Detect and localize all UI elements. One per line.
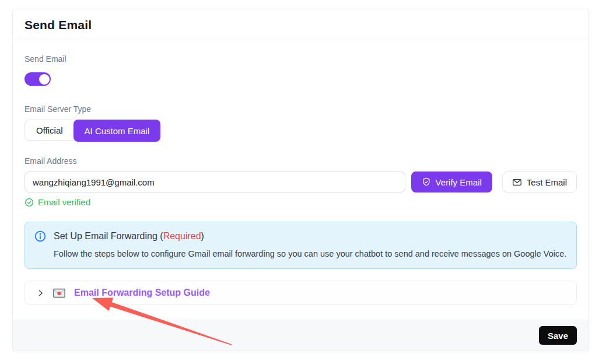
forwarding-guide-label[interactable]: Email Forwarding Setup Guide [74,288,210,298]
email-address-input[interactable] [24,172,405,192]
email-row: Verify Email Test Email [24,172,577,192]
send-email-card: Send Email Send Email Email Server Type … [12,9,589,351]
email-address-label: Email Address [24,157,577,165]
server-type-label: Email Server Type [24,105,577,113]
email-verified-status: Email verified [24,197,577,207]
verify-email-button[interactable]: Verify Email [411,172,492,192]
card-footer: Save [13,320,589,351]
info-title: Set Up Email Forwarding (Required) [54,231,204,242]
card-body: Send Email Email Server Type Official AI… [13,40,589,320]
info-paren-close: ) [201,231,204,241]
server-type-segmented: Official AI Custom Email [24,120,160,141]
server-type-option-ai-custom[interactable]: AI Custom Email [73,120,161,142]
save-button[interactable]: Save [539,326,577,345]
email-verified-label: Email verified [38,197,90,207]
forwarding-guide-toggle[interactable]: Email Forwarding Setup Guide [24,281,577,305]
forwarding-info-alert: Set Up Email Forwarding (Required) Follo… [24,222,577,269]
info-body-text: Follow the steps below to configure Gmai… [54,249,567,258]
send-email-toggle[interactable] [24,72,51,86]
email-emoji-icon [53,288,65,298]
chevron-right-icon[interactable] [37,289,44,297]
info-required-text: Required [163,231,201,241]
page-title: Send Email [24,18,577,32]
send-email-label: Send Email [24,55,577,63]
verify-email-label: Verify Email [436,177,482,187]
shield-check-icon [422,177,431,187]
server-type-option-official[interactable]: Official [25,120,74,140]
envelope-icon [512,177,522,187]
info-title-text: Set Up Email Forwarding [54,231,157,241]
toggle-knob [39,74,50,85]
check-circle-icon [24,198,34,207]
card-header: Send Email [13,9,589,40]
info-title-row: Set Up Email Forwarding (Required) [34,230,567,242]
test-email-label: Test Email [527,177,567,187]
test-email-button[interactable]: Test Email [502,172,577,192]
info-icon [34,230,46,242]
